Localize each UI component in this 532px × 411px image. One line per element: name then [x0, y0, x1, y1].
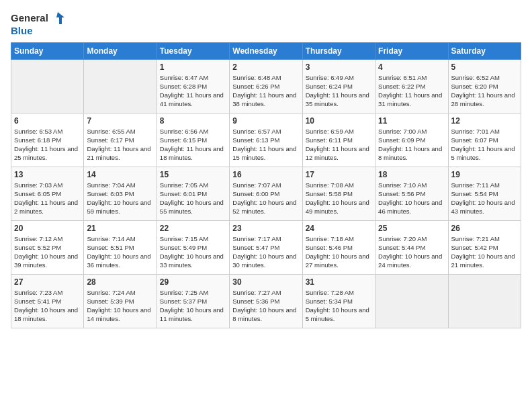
day-info: Sunrise: 7:01 AMSunset: 6:07 PMDaylight:…: [451, 127, 518, 163]
calendar-cell: 31Sunrise: 7:28 AMSunset: 5:34 PMDayligh…: [302, 274, 375, 328]
calendar-week-4: 20Sunrise: 7:12 AMSunset: 5:52 PMDayligh…: [11, 220, 521, 274]
day-info: Sunrise: 7:08 AMSunset: 5:58 PMDaylight:…: [306, 181, 372, 216]
weekday-header-friday: Friday: [375, 42, 448, 59]
day-number: 1: [160, 62, 226, 72]
day-info: Sunrise: 6:48 AMSunset: 6:26 PMDaylight:…: [232, 73, 299, 109]
day-number: 30: [232, 277, 299, 287]
calendar-cell: [448, 274, 521, 328]
day-number: 8: [160, 116, 226, 126]
day-number: 12: [451, 116, 518, 126]
calendar-week-1: 1Sunrise: 6:47 AMSunset: 6:28 PMDaylight…: [11, 59, 521, 113]
day-info: Sunrise: 7:20 AMSunset: 5:44 PMDaylight:…: [378, 234, 445, 270]
day-number: 28: [87, 277, 153, 287]
calendar-cell: 30Sunrise: 7:27 AMSunset: 5:36 PMDayligh…: [230, 274, 302, 328]
calendar-cell: 3Sunrise: 6:49 AMSunset: 6:24 PMDaylight…: [302, 59, 375, 113]
day-number: 29: [160, 277, 226, 287]
weekday-header-wednesday: Wednesday: [230, 42, 302, 59]
day-info: Sunrise: 7:00 AMSunset: 6:09 PMDaylight:…: [378, 127, 445, 163]
day-number: 25: [378, 224, 445, 233]
calendar-cell: 10Sunrise: 6:59 AMSunset: 6:11 PMDayligh…: [302, 113, 375, 167]
calendar-cell: [11, 59, 84, 113]
day-number: 10: [306, 116, 372, 126]
calendar-cell: 24Sunrise: 7:18 AMSunset: 5:46 PMDayligh…: [302, 220, 375, 274]
day-info: Sunrise: 6:53 AMSunset: 6:18 PMDaylight:…: [14, 127, 81, 163]
day-info: Sunrise: 6:55 AMSunset: 6:17 PMDaylight:…: [87, 127, 153, 163]
day-number: 26: [451, 224, 518, 233]
svg-marker-0: [56, 12, 64, 24]
calendar-cell: 28Sunrise: 7:24 AMSunset: 5:39 PMDayligh…: [84, 274, 157, 328]
day-number: 22: [160, 224, 226, 233]
day-info: Sunrise: 6:49 AMSunset: 6:24 PMDaylight:…: [306, 73, 372, 109]
day-number: 21: [87, 224, 153, 233]
day-number: 23: [232, 224, 299, 233]
day-info: Sunrise: 6:51 AMSunset: 6:22 PMDaylight:…: [378, 73, 445, 109]
calendar-cell: 5Sunrise: 6:52 AMSunset: 6:20 PMDaylight…: [448, 59, 521, 113]
calendar-cell: 16Sunrise: 7:07 AMSunset: 6:00 PMDayligh…: [230, 167, 302, 220]
calendar-cell: 19Sunrise: 7:11 AMSunset: 5:54 PMDayligh…: [448, 167, 521, 220]
weekday-header-saturday: Saturday: [448, 42, 521, 59]
day-info: Sunrise: 7:05 AMSunset: 6:01 PMDaylight:…: [160, 181, 226, 216]
logo-general-text: General: [11, 13, 48, 24]
weekday-header-monday: Monday: [84, 42, 157, 59]
calendar-week-5: 27Sunrise: 7:23 AMSunset: 5:41 PMDayligh…: [11, 274, 521, 328]
day-number: 19: [451, 170, 518, 179]
day-number: 7: [87, 116, 153, 126]
calendar-cell: 8Sunrise: 6:56 AMSunset: 6:15 PMDaylight…: [157, 113, 229, 167]
day-info: Sunrise: 7:24 AMSunset: 5:39 PMDaylight:…: [87, 288, 153, 324]
day-info: Sunrise: 7:25 AMSunset: 5:37 PMDaylight:…: [160, 288, 226, 324]
day-number: 15: [160, 170, 226, 179]
day-info: Sunrise: 7:03 AMSunset: 6:05 PMDaylight:…: [14, 181, 81, 216]
day-number: 14: [87, 170, 153, 179]
day-number: 9: [232, 116, 299, 126]
calendar-cell: 7Sunrise: 6:55 AMSunset: 6:17 PMDaylight…: [84, 113, 157, 167]
day-number: 16: [232, 170, 299, 179]
calendar-cell: 26Sunrise: 7:21 AMSunset: 5:42 PMDayligh…: [448, 220, 521, 274]
day-number: 6: [14, 116, 81, 126]
calendar-cell: [375, 274, 448, 328]
calendar-cell: 21Sunrise: 7:14 AMSunset: 5:51 PMDayligh…: [84, 220, 157, 274]
weekday-header-sunday: Sunday: [11, 42, 84, 59]
day-info: Sunrise: 7:23 AMSunset: 5:41 PMDaylight:…: [14, 288, 81, 324]
day-info: Sunrise: 6:47 AMSunset: 6:28 PMDaylight:…: [160, 73, 226, 109]
calendar-cell: 6Sunrise: 6:53 AMSunset: 6:18 PMDaylight…: [11, 113, 84, 167]
day-number: 24: [306, 224, 372, 233]
calendar-week-2: 6Sunrise: 6:53 AMSunset: 6:18 PMDaylight…: [11, 113, 521, 167]
day-info: Sunrise: 7:04 AMSunset: 6:03 PMDaylight:…: [87, 181, 153, 216]
weekday-header-thursday: Thursday: [302, 42, 375, 59]
day-info: Sunrise: 7:27 AMSunset: 5:36 PMDaylight:…: [232, 288, 299, 324]
day-number: 4: [378, 62, 445, 72]
day-number: 27: [14, 277, 81, 287]
calendar-cell: 22Sunrise: 7:15 AMSunset: 5:49 PMDayligh…: [157, 220, 229, 274]
calendar-cell: 25Sunrise: 7:20 AMSunset: 5:44 PMDayligh…: [375, 220, 448, 274]
day-info: Sunrise: 6:57 AMSunset: 6:13 PMDaylight:…: [232, 127, 299, 163]
calendar-table: SundayMondayTuesdayWednesdayThursdayFrid…: [11, 42, 521, 328]
day-number: 11: [378, 116, 445, 126]
logo-blue-text: Blue: [11, 26, 64, 37]
calendar-cell: 12Sunrise: 7:01 AMSunset: 6:07 PMDayligh…: [448, 113, 521, 167]
calendar-cell: 18Sunrise: 7:10 AMSunset: 5:56 PMDayligh…: [375, 167, 448, 220]
calendar-cell: 1Sunrise: 6:47 AMSunset: 6:28 PMDaylight…: [157, 59, 229, 113]
calendar-cell: 13Sunrise: 7:03 AMSunset: 6:05 PMDayligh…: [11, 167, 84, 220]
calendar-cell: 15Sunrise: 7:05 AMSunset: 6:01 PMDayligh…: [157, 167, 229, 220]
day-number: 2: [232, 62, 299, 72]
calendar-cell: [84, 59, 157, 113]
logo-container: General Blue: [11, 11, 64, 37]
logo-bird-icon: [50, 11, 64, 26]
day-number: 31: [306, 277, 372, 287]
day-number: 18: [378, 170, 445, 179]
day-number: 5: [451, 62, 518, 72]
day-number: 3: [306, 62, 372, 72]
calendar-cell: 23Sunrise: 7:17 AMSunset: 5:47 PMDayligh…: [230, 220, 302, 274]
calendar-cell: 20Sunrise: 7:12 AMSunset: 5:52 PMDayligh…: [11, 220, 84, 274]
calendar-cell: 27Sunrise: 7:23 AMSunset: 5:41 PMDayligh…: [11, 274, 84, 328]
day-info: Sunrise: 7:07 AMSunset: 6:00 PMDaylight:…: [232, 181, 299, 216]
calendar-cell: 4Sunrise: 6:51 AMSunset: 6:22 PMDaylight…: [375, 59, 448, 113]
day-info: Sunrise: 6:52 AMSunset: 6:20 PMDaylight:…: [451, 73, 518, 109]
calendar-cell: 17Sunrise: 7:08 AMSunset: 5:58 PMDayligh…: [302, 167, 375, 220]
day-number: 17: [306, 170, 372, 179]
day-info: Sunrise: 6:59 AMSunset: 6:11 PMDaylight:…: [306, 127, 372, 163]
day-info: Sunrise: 7:28 AMSunset: 5:34 PMDaylight:…: [306, 288, 372, 324]
day-info: Sunrise: 6:56 AMSunset: 6:15 PMDaylight:…: [160, 127, 226, 163]
day-number: 13: [14, 170, 81, 179]
day-info: Sunrise: 7:10 AMSunset: 5:56 PMDaylight:…: [378, 181, 445, 216]
